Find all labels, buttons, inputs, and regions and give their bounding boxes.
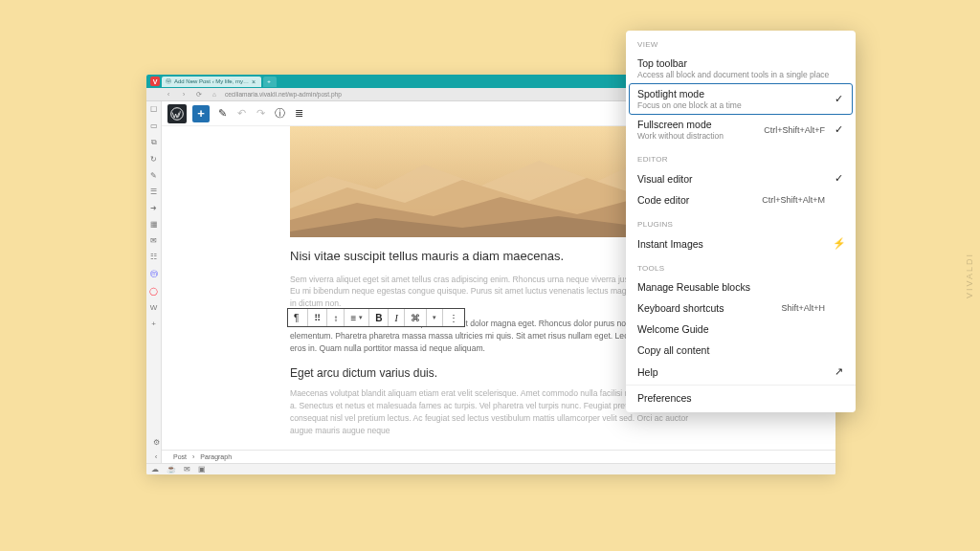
tab-title: Add New Post ‹ My life, my… [174,78,249,84]
check-icon: ✓ [833,93,844,105]
vivaldi-settings-stack: ⚙ ‹ [148,438,164,461]
break-icon[interactable]: ☕ [167,465,176,474]
list-view-icon[interactable]: ≣ [292,107,305,120]
section-plugins: Plugins [626,210,856,232]
breadcrumb-current[interactable]: Paragraph [200,453,232,460]
options-menu: View Top toolbar Access all block and do… [626,31,856,412]
nav-back-icon[interactable]: ‹ [164,91,173,98]
chevron-right-icon: › [192,453,194,460]
section-editor: Editor [626,145,856,167]
block-breadcrumb: Post › Paragraph [162,450,835,463]
sync-icon[interactable]: ☁ [151,465,159,474]
arrows-icon[interactable]: ↕ [327,309,345,326]
menu-visual-editor[interactable]: Visual editor ✓ [626,167,856,189]
bolt-icon: ⚡ [833,237,844,250]
menu-manage-reusable[interactable]: Manage Reusable blocks [626,276,856,298]
browser-tab[interactable]: ⓦ Add New Post ‹ My life, my… × [162,77,261,87]
details-icon[interactable]: ⓘ [273,106,286,121]
menu-instant-images[interactable]: Instant Images ⚡ [626,232,856,254]
chevron-down-icon: ▾ [359,314,363,321]
menu-code-editor[interactable]: Code editor Ctrl+Shift+Alt+M [626,189,856,210]
new-tab-button[interactable]: + [263,77,277,87]
wordpress-logo-icon[interactable] [167,104,187,123]
mastodon-icon[interactable]: ⓜ [150,269,158,279]
add-block-button[interactable]: + [192,105,210,122]
edit-mode-icon[interactable]: ✎ [215,107,229,120]
vivaldi-logo-icon: V [150,77,160,86]
opera-icon[interactable]: ◯ [149,287,158,296]
bookmarks-icon[interactable]: ☐ [150,105,157,114]
menu-keyboard-shortcuts[interactable]: Keyboard shortcuts Shift+Alt+H [626,298,856,319]
url-text[interactable]: ceciliamaria.vivaldi.net/wp-admin/post.p… [225,91,342,98]
downloads-icon[interactable]: ⧉ [151,138,157,147]
external-link-icon: ↗ [833,365,844,378]
more-rich-text-button[interactable]: ▾ [427,309,443,326]
section-tools: Tools [626,254,856,276]
notes-icon[interactable]: ✎ [150,171,157,180]
wordpress-favicon-icon: ⓦ [166,77,171,86]
window-icon[interactable]: ☰ [150,187,157,196]
nav-forward-icon[interactable]: › [179,91,189,98]
block-toolbar: ¶ ⠿ ↕ ≡ ▾ B I ⌘ ▾ ⋮ [287,308,465,327]
check-icon: ✓ [833,123,844,136]
add-panel-icon[interactable]: + [151,320,156,328]
feeds-icon[interactable]: ☷ [150,253,157,261]
section-view: View [626,31,856,53]
close-icon[interactable]: × [252,78,256,85]
mail-status-icon[interactable]: ✉ [184,465,190,474]
move-handle-icon[interactable]: ⠿ [308,309,327,326]
reading-list-icon[interactable]: ▭ [150,121,158,130]
check-icon: ✓ [833,172,844,185]
translate-icon[interactable]: ➜ [150,204,157,212]
menu-welcome-guide[interactable]: Welcome Guide [626,319,856,340]
block-type-button[interactable]: ¶ [288,309,308,326]
breadcrumb-root[interactable]: Post [173,453,187,460]
menu-copy-all[interactable]: Copy all content [626,340,856,361]
mail-icon[interactable]: ✉ [150,236,157,245]
menu-spotlight-mode[interactable]: Spotlight mode Focus on one block at a t… [630,84,852,114]
collapse-icon[interactable]: ‹ [155,452,158,461]
settings-icon[interactable]: ⚙ [153,438,160,447]
wikipedia-icon[interactable]: W [150,303,158,312]
history-icon[interactable]: ↻ [150,155,157,164]
link-button[interactable]: ⌘ [405,309,427,326]
redo-icon[interactable]: ↷ [254,107,267,120]
bold-button[interactable]: B [369,309,389,326]
menu-help[interactable]: Help ↗ [626,361,856,383]
vivaldi-status-bar: ☁ ☕ ✉ ▣ [146,463,835,474]
options-button[interactable]: ⋮ [443,309,464,326]
chevron-down-icon: ▾ [433,314,436,321]
menu-preferences[interactable]: Preferences [626,387,856,408]
vivaldi-side-panel: ☐ ▭ ⧉ ↻ ✎ ☰ ➜ ▦ ✉ ☷ ⓜ ◯ W + [146,101,162,463]
calendar-icon[interactable]: ▦ [150,220,158,229]
italic-button[interactable]: I [389,309,404,326]
home-icon[interactable]: ⌂ [210,91,219,98]
undo-icon[interactable]: ↶ [234,107,248,120]
watermark: VIVALDI [965,253,974,298]
menu-fullscreen-mode[interactable]: Fullscreen mode Work without distraction… [626,114,856,145]
menu-top-toolbar[interactable]: Top toolbar Access all block and documen… [626,53,856,84]
reload-icon[interactable]: ⟳ [194,91,204,99]
capture-icon[interactable]: ▣ [198,465,206,474]
align-button[interactable]: ≡ ▾ [345,309,369,326]
